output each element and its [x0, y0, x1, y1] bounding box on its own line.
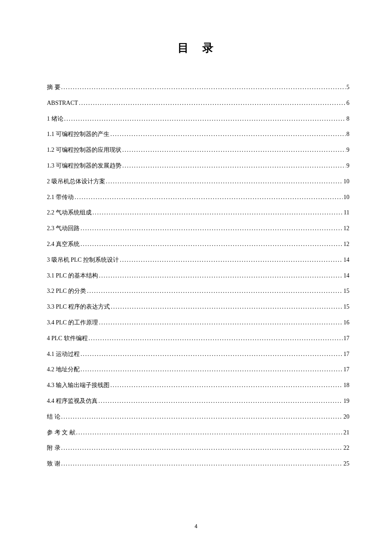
toc-entry: 4.4 程序监视及仿真19: [47, 395, 349, 408]
toc-entry-label: 3.1 PLC 的基本结构: [47, 269, 98, 283]
page-number: 4: [0, 523, 392, 529]
toc-entry-page: 10: [343, 191, 349, 204]
toc-entry: 2.4 真空系统12: [47, 238, 349, 251]
toc-dots: [75, 191, 343, 204]
toc-entry: 3.2 PLC 的分类15: [47, 285, 349, 298]
toc-entry: 3.4 PLC 的工作原理16: [47, 316, 349, 330]
toc-entry: 1 绪论8: [47, 113, 349, 126]
toc-entry: 3.3 PLC 程序的表达方式15: [47, 301, 349, 314]
toc-entry-label: 附 录: [47, 442, 61, 455]
toc-entry: 摘 要5: [47, 81, 349, 94]
toc-entry-page: 9: [346, 144, 349, 157]
toc-entry-page: 21: [343, 426, 349, 439]
toc-entry-page: 12: [343, 222, 349, 235]
toc-entry-page: 6: [346, 97, 349, 110]
toc-entry-page: 17: [343, 332, 349, 345]
toc-entry-label: 3.2 PLC 的分类: [47, 285, 86, 298]
toc-dots: [98, 395, 343, 408]
toc-dots: [99, 316, 343, 330]
toc-dots: [61, 442, 343, 455]
toc-entry-page: 15: [343, 301, 349, 314]
toc-entry-label: 结 论: [47, 410, 61, 424]
toc-dots: [99, 269, 343, 283]
toc-dots: [111, 301, 343, 314]
toc-entry-label: 2.1 带传动: [47, 191, 74, 204]
toc-entry: ABSTRACT6: [47, 97, 349, 110]
toc-entry-label: 4.4 程序监视及仿真: [47, 395, 98, 408]
toc-entry: 结 论20: [47, 410, 349, 424]
toc-entry-label: 3 吸吊机 PLC 控制系统设计: [47, 254, 119, 267]
toc-dots: [81, 222, 343, 235]
toc-entry-label: 2 吸吊机总体设计方案: [47, 175, 105, 188]
toc-dots: [120, 254, 343, 267]
toc-entry-page: 5: [346, 81, 349, 94]
toc-entry-page: 20: [343, 410, 349, 424]
toc-dots: [61, 457, 343, 471]
toc-entry-page: 8: [346, 113, 349, 126]
toc-dots: [110, 128, 346, 141]
toc-dots: [89, 332, 343, 345]
toc-entry: 3.1 PLC 的基本结构14: [47, 269, 349, 283]
toc-entry: 4 PLC 软件编程17: [47, 332, 349, 345]
toc-entry: 1.2 可编程控制器的应用现状9: [47, 144, 349, 157]
toc-entry-label: 3.4 PLC 的工作原理: [47, 316, 98, 330]
toc-entry-page: 14: [343, 254, 349, 267]
toc-dots: [79, 97, 346, 110]
toc-entry-page: 14: [343, 269, 349, 283]
toc-entry-page: 12: [343, 238, 349, 251]
toc-entry-page: 16: [343, 316, 349, 330]
toc-entry: 1.3 可编程控制器的发展趋势9: [47, 159, 349, 173]
toc-entry: 致 谢25: [47, 457, 349, 471]
toc-entry: 3 吸吊机 PLC 控制系统设计14: [47, 254, 349, 267]
toc-entry: 2.3 气动回路12: [47, 222, 349, 235]
toc-entry-label: 1.2 可编程控制器的应用现状: [47, 144, 121, 157]
toc-entry-label: 致 谢: [47, 457, 61, 471]
toc-entry-label: 4.2 地址分配: [47, 363, 80, 376]
toc-dots: [87, 285, 343, 298]
toc-dots: [122, 144, 346, 157]
toc-entry: 2.1 带传动10: [47, 191, 349, 204]
toc-entry-label: 2.4 真空系统: [47, 238, 80, 251]
toc-entry: 4.1 运动过程17: [47, 348, 349, 361]
toc-dots: [122, 159, 346, 173]
toc-entry-page: 11: [344, 206, 349, 220]
toc-dots: [64, 113, 346, 126]
toc-entry-label: 1 绪论: [47, 113, 63, 126]
toc-entry: 2 吸吊机总体设计方案10: [47, 175, 349, 188]
toc-entry-label: 4.3 输入输出端子接线图: [47, 379, 110, 392]
toc-entry: 附 录22: [47, 442, 349, 455]
toc-entry-label: 1.1 可编程控制器的产生: [47, 128, 110, 141]
toc-entry: 4.3 输入输出端子接线图18: [47, 379, 349, 392]
table-of-contents: 摘 要5ABSTRACT61 绪论81.1 可编程控制器的产生81.2 可编程控…: [47, 81, 349, 471]
toc-dots: [110, 379, 343, 392]
toc-dots: [61, 81, 346, 94]
toc-entry-label: ABSTRACT: [47, 97, 78, 110]
toc-entry: 4.2 地址分配17: [47, 363, 349, 376]
toc-dots: [92, 206, 343, 220]
toc-dots: [81, 238, 343, 251]
toc-dots: [106, 175, 343, 188]
toc-entry-label: 4.1 运动过程: [47, 348, 80, 361]
toc-dots: [61, 410, 343, 424]
toc-dots: [81, 348, 343, 361]
toc-entry-label: 摘 要: [47, 81, 61, 94]
toc-entry-page: 22: [343, 442, 349, 455]
toc-entry-label: 2.3 气动回路: [47, 222, 80, 235]
toc-dots: [76, 426, 343, 439]
toc-entry-page: 17: [343, 348, 349, 361]
toc-entry-page: 18: [343, 379, 349, 392]
toc-entry-label: 4 PLC 软件编程: [47, 332, 88, 345]
toc-entry-label: 2.2 气动系统组成: [47, 206, 92, 220]
toc-entry-page: 25: [343, 457, 349, 471]
toc-entry-page: 10: [343, 175, 349, 188]
toc-entry: 2.2 气动系统组成11: [47, 206, 349, 220]
toc-title: 目 录: [47, 40, 349, 55]
toc-entry-label: 3.3 PLC 程序的表达方式: [47, 301, 110, 314]
toc-entry-label: 参 考 文 献: [47, 426, 75, 439]
document-page: 目 录 摘 要5ABSTRACT61 绪论81.1 可编程控制器的产生81.2 …: [0, 0, 392, 471]
toc-entry: 1.1 可编程控制器的产生8: [47, 128, 349, 141]
toc-entry-page: 9: [346, 159, 349, 173]
toc-entry: 参 考 文 献21: [47, 426, 349, 439]
toc-dots: [81, 363, 343, 376]
toc-entry-page: 15: [343, 285, 349, 298]
